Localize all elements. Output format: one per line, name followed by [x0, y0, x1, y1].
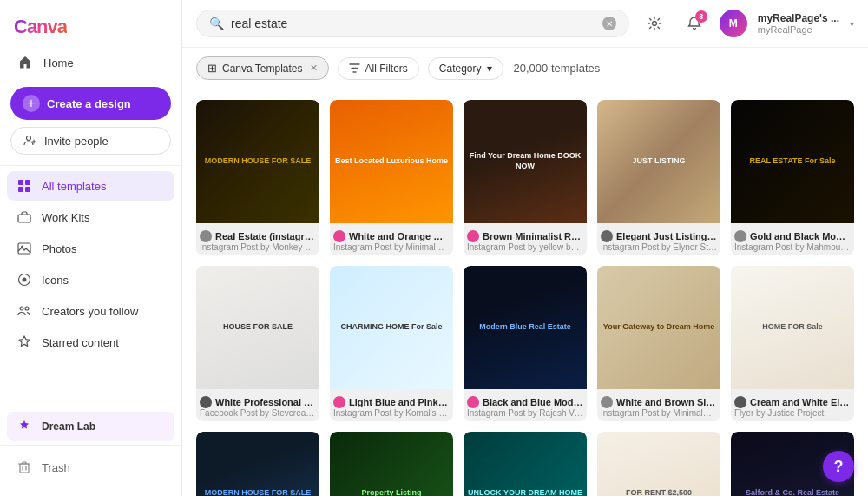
template-name: Cream and White Elegan...	[750, 397, 851, 407]
template-card-t7[interactable]: CHARMING HOME For Sale Light Blue and Pi…	[330, 266, 453, 421]
template-type: Instagram Post by MinimalBo...	[333, 242, 450, 252]
all-filters-button[interactable]: All Filters	[338, 57, 419, 80]
notification-badge: 3	[695, 10, 707, 23]
template-card-t2[interactable]: Best Located Luxurious Home White and Or…	[330, 100, 453, 255]
invite-label: Invite people	[44, 135, 108, 148]
template-preview: Best Located Luxurious Home	[330, 100, 453, 223]
template-preview: Your Gateway to Dream Home	[597, 266, 720, 389]
template-author-row: Black and Blue Modern ...	[467, 396, 583, 408]
sidebar-item-trash[interactable]: Trash	[7, 453, 174, 482]
canva-filter-close[interactable]: ✕	[310, 63, 318, 74]
template-type: Facebook Post by Stevcreative	[200, 408, 316, 418]
template-count: 20,000 templates	[514, 62, 601, 75]
sidebar-item-all-templates[interactable]: All templates	[7, 171, 174, 201]
template-info: Light Blue and Pink Wate... Instagram Po…	[330, 389, 453, 421]
search-box[interactable]: 🔍 ✕	[196, 10, 629, 37]
work-kits-label: Work Kits	[42, 211, 89, 224]
author-avatar	[467, 396, 479, 408]
canva-logo: Canva	[14, 16, 67, 38]
template-thumbnail: REAL ESTATE For Sale	[731, 100, 854, 223]
notifications-button[interactable]: 3	[680, 9, 709, 38]
chevron-down-icon: ▾	[850, 19, 854, 29]
template-card-t14[interactable]: FOR RENT $2,500 For Rent Instagram Post	[597, 432, 720, 496]
templates-grid: MODERN HOUSE FOR SALE Real Estate (insta…	[196, 100, 854, 496]
svg-point-9	[23, 278, 27, 282]
template-thumbnail: Find Your Dream Home BOOK NOW	[464, 100, 587, 223]
template-card-t6[interactable]: HOUSE FOR SALE White Professional Real .…	[196, 266, 319, 421]
sidebar-item-home[interactable]: Home	[7, 47, 174, 78]
svg-point-10	[20, 307, 23, 310]
template-type: Instagram Post by Elynor Stu...	[601, 242, 717, 252]
template-name: White and Orange Creati...	[349, 231, 450, 241]
svg-rect-6	[18, 243, 30, 254]
help-button[interactable]: ?	[823, 451, 854, 482]
home-section: Home	[0, 43, 181, 82]
template-preview: JUST LISTING	[597, 100, 720, 223]
svg-rect-4	[25, 187, 30, 192]
author-avatar	[333, 396, 345, 408]
trash-label: Trash	[42, 461, 70, 474]
icons-nav-icon	[16, 271, 33, 288]
template-thumbnail: FOR RENT $2,500	[597, 432, 720, 496]
template-card-t8[interactable]: Modern Blue Real Estate Black and Blue M…	[464, 266, 587, 421]
search-input[interactable]	[231, 17, 595, 30]
sidebar-item-starred[interactable]: Starred content	[7, 327, 174, 357]
logo-area: Canva	[0, 7, 181, 43]
author-avatar	[734, 230, 746, 242]
sidebar-item-icons[interactable]: Icons	[7, 265, 174, 294]
create-label: Create a design	[47, 97, 131, 110]
create-design-button[interactable]: + Create a design	[10, 87, 171, 120]
template-preview: Modern Blue Real Estate	[464, 266, 587, 389]
template-type: Instagram Post by yellow ban...	[467, 242, 583, 252]
author-avatar	[734, 396, 746, 408]
photos-label: Photos	[42, 242, 76, 255]
template-preview: Property Listing	[330, 432, 453, 496]
template-preview: UNLOCK YOUR DREAM HOME	[464, 432, 587, 496]
template-thumbnail: HOME FOR Sale	[731, 266, 854, 389]
template-preview: HOUSE FOR SALE	[196, 266, 319, 389]
invite-people-button[interactable]: Invite people	[10, 127, 171, 155]
divider-1	[0, 165, 181, 166]
settings-button[interactable]	[640, 9, 669, 38]
user-avatar[interactable]: M	[720, 10, 747, 37]
template-card-t1[interactable]: MODERN HOUSE FOR SALE Real Estate (insta…	[196, 100, 319, 255]
sidebar-item-work-kits[interactable]: Work Kits	[7, 202, 174, 232]
sidebar-item-photos[interactable]: Photos	[7, 234, 174, 263]
template-card-t10[interactable]: HOME FOR Sale Cream and White Elegan... …	[731, 266, 854, 421]
icons-label: Icons	[42, 274, 69, 287]
template-card-t9[interactable]: Your Gateway to Dream Home White and Bro…	[597, 266, 720, 421]
template-author-row: Cream and White Elegan...	[734, 396, 851, 408]
starred-label: Starred content	[42, 336, 119, 349]
avatar-initials: M	[729, 17, 738, 30]
template-info: White Professional Real ... Facebook Pos…	[196, 389, 319, 421]
canva-templates-filter[interactable]: ⊞ Canva Templates ✕	[196, 56, 329, 80]
template-preview: MODERN HOUSE FOR SALE	[196, 100, 319, 223]
template-author-row: Real Estate (instagram p...	[200, 230, 316, 242]
sidebar-item-dream-lab[interactable]: Dream Lab	[7, 412, 174, 441]
svg-rect-2	[25, 180, 30, 185]
template-type: Instagram Post by Rajesh Ver...	[467, 408, 583, 418]
template-card-t11[interactable]: MODERN HOUSE FOR SALE Modern House For S…	[196, 432, 319, 496]
template-info: Elegant Just Listing Real ... Instagram …	[597, 223, 720, 255]
templates-grid-area: MODERN HOUSE FOR SALE Real Estate (insta…	[182, 89, 868, 496]
template-thumbnail: HOUSE FOR SALE	[196, 266, 319, 389]
filter-icon	[349, 63, 360, 74]
author-avatar	[333, 230, 345, 242]
template-name: Elegant Just Listing Real ...	[616, 231, 717, 241]
sidebar-item-creators[interactable]: Creators you follow	[7, 296, 174, 326]
template-type: Instagram Post by Monkey D...	[200, 242, 316, 252]
template-card-t12[interactable]: Property Listing Green Aerial Real Estat…	[330, 432, 453, 496]
template-thumbnail: Modern Blue Real Estate	[464, 266, 587, 389]
topbar-right: 3 M myRealPage's ... myRealPage ▾	[640, 9, 854, 38]
user-info[interactable]: myRealPage's ... myRealPage	[758, 12, 839, 35]
template-card-t5[interactable]: REAL ESTATE For Sale Gold and Black Mode…	[731, 100, 854, 255]
sidebar-nav: All templates Work Kits Photos Icons Cre…	[0, 171, 181, 408]
svg-rect-12	[20, 464, 29, 473]
template-card-t13[interactable]: UNLOCK YOUR DREAM HOME Teal Dream Home I…	[464, 432, 587, 496]
template-card-t4[interactable]: JUST LISTING Elegant Just Listing Real .…	[597, 100, 720, 255]
template-card-t3[interactable]: Find Your Dream Home BOOK NOW Brown Mini…	[464, 100, 587, 255]
sidebar-bottom: Trash	[0, 445, 181, 489]
canva-templates-label: Canva Templates	[222, 63, 303, 75]
category-dropdown[interactable]: Category ▾	[428, 57, 503, 80]
search-clear-button[interactable]: ✕	[602, 17, 616, 30]
